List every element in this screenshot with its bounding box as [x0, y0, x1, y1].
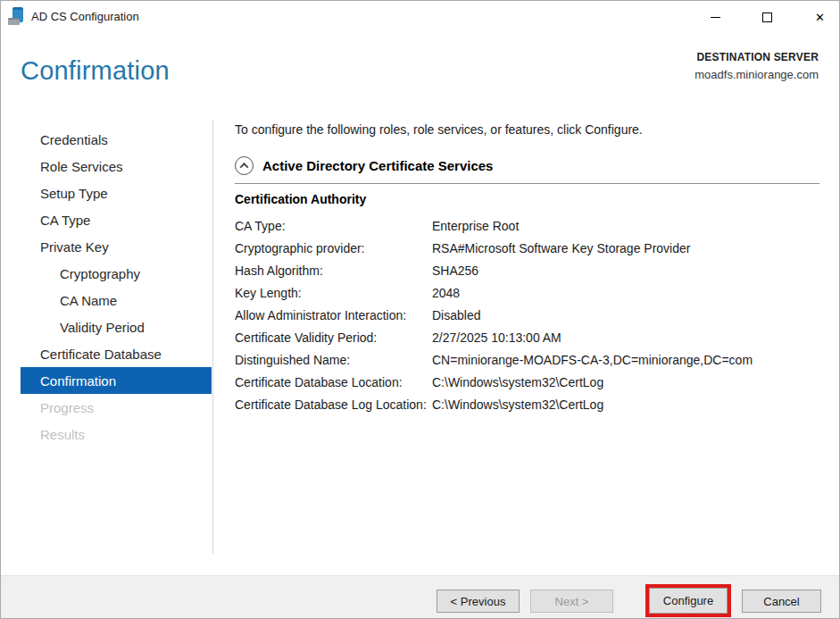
adcs-section-header: Active Directory Certificate Services — [235, 156, 493, 175]
summary-row-label: CA Type: — [235, 215, 432, 238]
summary-row-value: C:\Windows\system32\CertLog — [432, 394, 820, 416]
nav-item-credentials[interactable]: Credentials — [21, 126, 212, 153]
nav-item-ca-name[interactable]: CA Name — [21, 287, 212, 314]
nav-item-setup-type[interactable]: Setup Type — [21, 180, 212, 206]
section-divider — [235, 183, 819, 184]
summary-row-label: Certificate Database Log Location: — [235, 394, 432, 416]
summary-row: Cryptographic provider: RSA#Microsoft So… — [235, 238, 820, 260]
nav-item-role-services[interactable]: Role Services — [21, 153, 212, 180]
chevron-up-circle-icon[interactable] — [235, 156, 254, 175]
adcs-section-title: Active Directory Certificate Services — [262, 158, 493, 173]
summary-row: Distinguished Name: CN=miniorange-MOADFS… — [235, 349, 820, 372]
summary-row-value: CN=miniorange-MOADFS-CA-3,DC=miniorange,… — [432, 349, 820, 372]
nav-item-confirmation[interactable]: Confirmation — [21, 367, 212, 394]
summary-row: CA Type: Enterprise Root — [235, 215, 820, 238]
minimize-icon — [711, 17, 720, 18]
maximize-button[interactable] — [747, 2, 787, 32]
summary-row-label: Hash Algorithm: — [235, 260, 432, 282]
minimize-button[interactable] — [695, 2, 736, 32]
summary-row-label: Allow Administrator Interaction: — [235, 305, 432, 327]
destination-server-label: DESTINATION SERVER — [694, 51, 819, 63]
adcs-configuration-window: AD CS Configuration ✕ Confirmation DESTI… — [0, 0, 840, 619]
title-bar: AD CS Configuration ✕ — [1, 1, 839, 33]
configure-highlight-annotation: Configure — [645, 584, 731, 617]
summary-row-value: 2048 — [432, 282, 820, 305]
summary-row: Certificate Database Log Location: C:\Wi… — [235, 394, 820, 416]
certification-authority-heading: Certification Authority — [235, 192, 366, 206]
maximize-icon — [762, 13, 772, 22]
summary-row-label: Distinguished Name: — [235, 349, 432, 372]
nav-item-ca-type[interactable]: CA Type — [21, 206, 212, 233]
nav-item-progress: Progress — [21, 394, 212, 421]
summary-row-value: Disabled — [432, 305, 820, 327]
summary-row-label: Key Length: — [235, 282, 432, 305]
nav-item-private-key[interactable]: Private Key — [21, 233, 212, 260]
previous-button[interactable]: < Previous — [437, 590, 520, 613]
configure-button[interactable]: Configure — [649, 588, 728, 614]
summary-row-value: Enterprise Root — [432, 215, 820, 238]
summary-row-label: Certificate Database Location: — [235, 372, 432, 394]
summary-row: Certificate Database Location: C:\Window… — [235, 372, 820, 394]
nav-item-cryptography[interactable]: Cryptography — [21, 260, 212, 287]
destination-server-block: DESTINATION SERVER moadfs.miniorange.com — [694, 51, 819, 81]
next-button: Next > — [530, 590, 613, 613]
sidebar-divider — [212, 120, 213, 554]
page-title: Confirmation — [21, 56, 170, 86]
summary-row-label: Certificate Validity Period: — [235, 327, 432, 349]
window-title: AD CS Configuration — [31, 1, 139, 33]
wizard-nav: Credentials Role Services Setup Type CA … — [21, 126, 212, 448]
nav-item-certificate-database[interactable]: Certificate Database — [21, 340, 212, 367]
summary-row-value: SHA256 — [432, 260, 820, 282]
server-icon — [8, 7, 26, 26]
summary-row: Allow Administrator Interaction: Disable… — [235, 305, 820, 327]
summary-row-label: Cryptographic provider: — [235, 238, 432, 260]
destination-server-name: moadfs.miniorange.com — [694, 68, 819, 81]
nav-item-results: Results — [21, 421, 212, 448]
cancel-button[interactable]: Cancel — [742, 590, 821, 613]
summary-row: Certificate Validity Period: 2/27/2025 1… — [235, 327, 820, 349]
nav-item-validity-period[interactable]: Validity Period — [21, 314, 212, 340]
close-button[interactable]: ✕ — [800, 2, 840, 32]
summary-row-value: 2/27/2025 10:13:00 AM — [432, 327, 820, 349]
intro-text: To configure the following roles, role s… — [235, 122, 643, 137]
summary-row-value: C:\Windows\system32\CertLog — [432, 372, 820, 394]
close-icon: ✕ — [815, 12, 825, 23]
summary-rows: CA Type: Enterprise Root Cryptographic p… — [235, 215, 820, 416]
summary-row: Hash Algorithm: SHA256 — [235, 260, 820, 282]
wizard-footer: < Previous Next > Configure Cancel — [1, 575, 839, 619]
summary-row: Key Length: 2048 — [235, 282, 820, 305]
summary-row-value: RSA#Microsoft Software Key Storage Provi… — [432, 238, 820, 260]
